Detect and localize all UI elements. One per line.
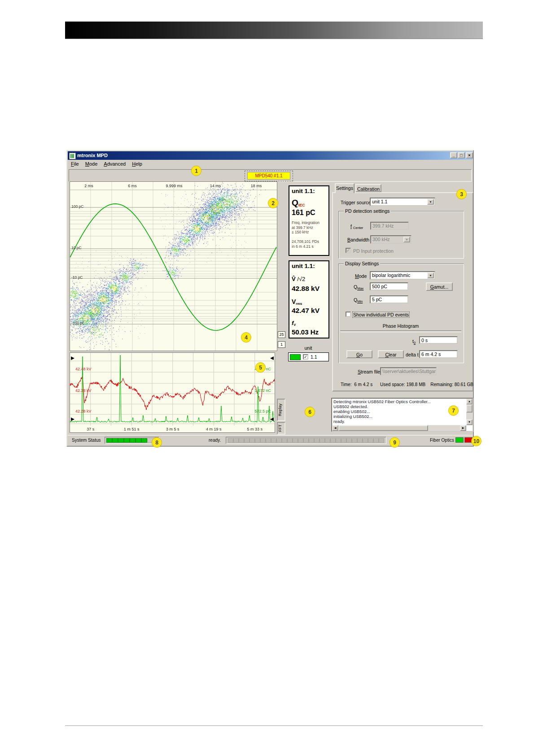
tab-calibration[interactable]: Calibration <box>355 184 381 192</box>
close-button[interactable]: × <box>466 152 473 158</box>
progress-cell <box>330 438 336 443</box>
trigger-source-select[interactable]: unit 1.1▼ <box>370 198 435 206</box>
scroll-down-icon[interactable]: ▼ <box>466 419 473 425</box>
t0-input[interactable]: 0 s <box>419 336 458 344</box>
progress-cell <box>341 438 346 443</box>
log-line: Detecting mtronix USB502 Fiber Optics Co… <box>332 399 465 404</box>
vscroll-thumb[interactable] <box>466 404 473 413</box>
unit-charge-panel: unit 1.1: QIEC 161 pC Freq. integrationa… <box>289 185 329 256</box>
menu-mode[interactable]: Mode <box>82 160 101 167</box>
progress-cell <box>228 438 233 443</box>
tab-replay[interactable]: Replay <box>277 399 285 421</box>
unit-voltage-panel: unit 1.1: V̂ /√2 42.88 kV Vrms 42.47 kV … <box>289 260 329 338</box>
fiber-led-green <box>455 437 464 443</box>
prpd-scatter-plot[interactable]: 2 ms6 ms9.999 ms14 ms18 ms 100 pC10 pC-1… <box>70 181 277 351</box>
progress-cell <box>244 438 249 443</box>
bandwidth-label-rest: andwidth <box>350 237 369 242</box>
progress-cell <box>298 438 303 443</box>
title-bar[interactable]: mtronix MPD _ □ × <box>68 151 473 160</box>
scale-box-25[interactable]: 25 <box>278 331 285 338</box>
unit-checkbox[interactable]: ✓ <box>303 354 308 360</box>
trend-value-label: 42.38 kV <box>75 388 92 393</box>
fiber-optics-label: Fiber Optics <box>430 438 454 443</box>
progress-cell <box>352 438 357 443</box>
qiec-value: 161 pC <box>292 209 315 217</box>
system-status-cell <box>112 438 118 443</box>
phase-histogram-title: Phase Histogram <box>338 323 463 329</box>
scroll-left-icon[interactable]: ◀ <box>332 425 338 431</box>
delta-t-input[interactable]: 6 m 4.2 s <box>419 350 458 358</box>
stream-file-input: \\server\aktuelles\Stuttgart-Mess <box>380 367 437 375</box>
system-status-cell <box>118 438 124 443</box>
scroll-right-icon[interactable]: ▶ <box>460 425 466 431</box>
progress-cell <box>368 438 373 443</box>
chevron-down-icon[interactable]: ▼ <box>427 199 434 205</box>
clear-button[interactable]: Clear <box>378 350 404 358</box>
menu-bar: FileModeAdvancedHelp <box>68 160 473 168</box>
progress-cell <box>260 438 266 443</box>
t0-label: t0 <box>412 338 416 345</box>
vpeak-symbol: V̂ /√2 <box>292 276 305 282</box>
trend-plot <box>70 353 275 426</box>
chevron-down-icon: ▼ <box>403 237 410 242</box>
system-status-cell <box>136 438 141 443</box>
bandwidth-select: 300 kHz▼ <box>370 235 411 244</box>
callout-6: 6 <box>305 407 315 417</box>
device-button[interactable]: MPD540 #1.1 <box>247 172 290 180</box>
divider <box>340 330 461 332</box>
unit-charge-title: unit 1.1: <box>292 188 315 194</box>
tab-settings[interactable]: Settings <box>335 183 355 193</box>
menu-help[interactable]: Help <box>129 160 145 167</box>
tab-fft[interactable]: FFT <box>277 422 285 435</box>
progress-cell <box>255 438 260 443</box>
scale-box-1[interactable]: 1 <box>278 341 285 348</box>
maximize-button[interactable]: □ <box>458 152 465 158</box>
progress-cell <box>287 438 293 443</box>
gamut-button[interactable]: Gamut... <box>426 282 453 291</box>
progress-cell <box>309 438 314 443</box>
pd-input-protection-label: PD Input protection <box>353 248 394 254</box>
display-settings-group-title: Display Settings <box>344 261 380 266</box>
hscroll-thumb[interactable] <box>338 425 428 431</box>
qmin-label: QMin <box>354 297 363 303</box>
progress-cell <box>320 438 325 443</box>
system-status-cell <box>130 438 136 443</box>
log-lines: Detecting mtronix USB502 Fiber Optics Co… <box>332 399 465 424</box>
callout-2: 2 <box>268 198 278 208</box>
log-line: ready. <box>332 419 465 424</box>
footer-rule <box>65 725 483 726</box>
trend-chart[interactable]: 42.48 kV42.38 kV42.28 kV4.882 nC1.672 nC… <box>70 352 275 433</box>
show-pd-events-label[interactable]: Show individual PD events <box>352 312 410 318</box>
vrms-symbol: Vrms <box>292 298 302 306</box>
menu-file[interactable]: File <box>68 160 82 167</box>
callout-1: 1 <box>191 166 201 176</box>
qmin-input[interactable]: 5 pC <box>370 295 408 303</box>
trend-x-tick: 3 m 5 s <box>160 427 185 431</box>
show-pd-events-checkbox[interactable] <box>346 312 351 317</box>
chevron-down-icon[interactable]: ▼ <box>427 273 434 278</box>
menu-advanced[interactable]: Advanced <box>101 160 129 167</box>
callout-8: 8 <box>152 437 162 448</box>
vpeak-value: 42.88 kV <box>292 285 320 293</box>
qmax-input[interactable]: 500 pC <box>370 282 408 290</box>
log-hscrollbar[interactable]: ◀ ▶ <box>332 425 466 431</box>
stream-file-label: Stream file <box>358 369 380 374</box>
scroll-up-icon[interactable]: ▲ <box>466 399 473 404</box>
pd-detection-group-title: PD detection settings <box>344 208 391 214</box>
mode-label: Mode <box>355 273 367 279</box>
voltage-sine-curve <box>70 182 277 351</box>
progress-cell <box>293 438 298 443</box>
mode-select[interactable]: bipolar logarithmic▼ <box>370 271 435 280</box>
trend-x-tick: 4 m 19 s <box>201 427 226 431</box>
go-button[interactable]: Go <box>346 350 372 358</box>
log-vscrollbar[interactable]: ▲ ▼ <box>466 399 473 425</box>
trend-value-label: 572.5 pC <box>254 409 271 413</box>
trend-x-tick: 5 m 33 s <box>242 427 267 431</box>
app-icon <box>69 153 76 159</box>
minimize-button[interactable]: _ <box>450 152 457 158</box>
system-status-cell <box>141 438 147 443</box>
callout-3: 3 <box>456 189 467 199</box>
freq-integration-note: Freq. integrationat 399.7 kHz± 150 kHz <box>292 220 320 235</box>
prpd-x-tick: 9.999 ms <box>164 184 184 188</box>
bandwidth-label: Bandwidth <box>347 237 369 242</box>
